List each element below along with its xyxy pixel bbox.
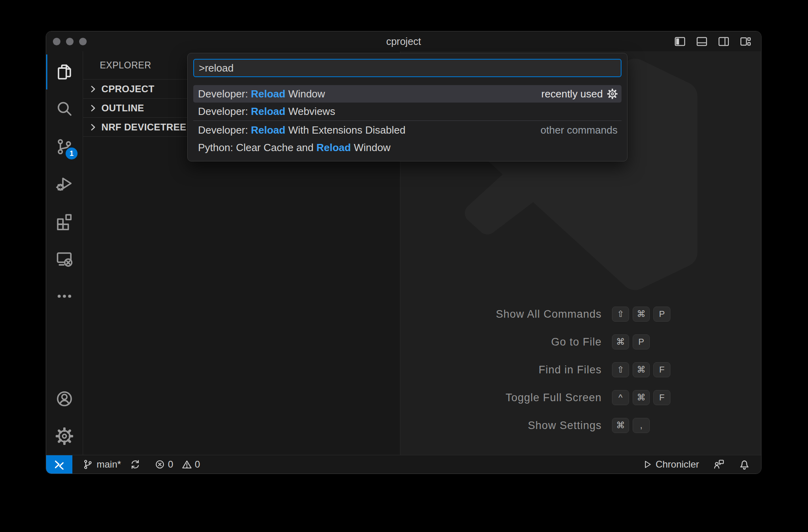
status-bar-right: Chronicler bbox=[643, 459, 750, 470]
files-icon bbox=[56, 63, 73, 81]
notifications-button[interactable] bbox=[739, 459, 750, 470]
section-label: NRF DEVICETREE bbox=[101, 122, 186, 133]
layout-controls bbox=[674, 31, 752, 51]
toggle-secondary-sidebar-icon[interactable] bbox=[718, 35, 730, 47]
warning-count: 0 bbox=[195, 459, 200, 470]
chronicler-label: Chronicler bbox=[656, 459, 699, 470]
shortcut-keys: ⇧ ⌘ F bbox=[612, 362, 670, 377]
window-title: cproject bbox=[386, 36, 421, 47]
command-text: Python: Clear Cache and Reload Window bbox=[198, 142, 390, 154]
palette-row-reload-extensions-disabled[interactable]: Developer: Reload With Extensions Disabl… bbox=[193, 121, 622, 139]
activity-item-extensions[interactable] bbox=[46, 203, 83, 240]
activity-bar-items: 1 bbox=[46, 51, 83, 315]
bell-icon bbox=[739, 459, 750, 470]
activity-item-search[interactable] bbox=[46, 91, 83, 128]
shortcut-label: Show Settings bbox=[400, 419, 602, 432]
activity-item-run-debug[interactable] bbox=[46, 165, 83, 203]
command-text: Developer: Reload Webviews bbox=[198, 105, 335, 118]
activity-item-settings[interactable] bbox=[46, 417, 83, 455]
account-icon bbox=[56, 390, 73, 408]
keycap-letter: P bbox=[653, 307, 670, 322]
shortcut-row: Toggle Full Screen ^ ⌘ F bbox=[400, 384, 761, 412]
keycap-comma: , bbox=[633, 418, 650, 433]
activity-bar: 1 bbox=[46, 51, 83, 455]
scm-badge: 1 bbox=[66, 148, 78, 159]
command-text: Developer: Reload With Extensions Disabl… bbox=[198, 124, 406, 136]
activity-item-source-control[interactable]: 1 bbox=[46, 128, 83, 165]
remote-icon bbox=[54, 459, 64, 470]
command-input[interactable]: >reload bbox=[193, 59, 622, 77]
shortcut-keys: ⌘ , bbox=[612, 418, 650, 433]
chronicler-status[interactable]: Chronicler bbox=[643, 459, 699, 470]
remote-explorer-icon bbox=[56, 250, 73, 268]
sync-icon[interactable] bbox=[130, 459, 140, 470]
shortcut-row: Show All Commands ⇧ ⌘ P bbox=[400, 300, 761, 328]
desktop-background: { "window": { "title": "cproject" }, "ti… bbox=[0, 0, 808, 532]
problems-status[interactable]: 0 0 bbox=[155, 459, 200, 470]
zoom-button[interactable] bbox=[79, 38, 87, 45]
configure-keybinding-gear-icon[interactable] bbox=[607, 89, 618, 99]
feedback-button[interactable] bbox=[713, 459, 724, 470]
shortcut-row: Find in Files ⇧ ⌘ F bbox=[400, 356, 761, 384]
activity-item-remote-explorer[interactable] bbox=[46, 240, 83, 278]
git-branch-icon bbox=[83, 459, 93, 470]
activity-item-explorer[interactable] bbox=[46, 53, 83, 91]
keycap-cmd: ⌘ bbox=[612, 334, 629, 349]
debug-icon bbox=[56, 175, 73, 193]
close-button[interactable] bbox=[53, 38, 60, 45]
traffic-lights bbox=[53, 31, 87, 51]
keycap-shift: ⇧ bbox=[612, 307, 629, 322]
keycap-cmd: ⌘ bbox=[633, 307, 650, 322]
activity-bar-bottom bbox=[46, 380, 83, 455]
customize-layout-icon[interactable] bbox=[740, 35, 752, 47]
extensions-icon bbox=[56, 213, 73, 230]
keycap-letter: F bbox=[653, 390, 670, 405]
minimize-button[interactable] bbox=[66, 38, 74, 45]
keycap-letter: F bbox=[653, 362, 670, 377]
branch-status[interactable]: main* bbox=[83, 459, 140, 470]
shortcut-row: Go to File ⌘ P bbox=[400, 328, 761, 356]
activity-item-more[interactable] bbox=[46, 278, 83, 315]
row-right-label: recently used bbox=[541, 88, 618, 100]
keycap-cmd: ⌘ bbox=[633, 362, 650, 377]
palette-row-reload-webviews[interactable]: Developer: Reload Webviews bbox=[193, 103, 622, 120]
command-text: Developer: Reload Window bbox=[198, 88, 325, 100]
keycap-cmd: ⌘ bbox=[633, 390, 650, 405]
shortcut-row: Show Settings ⌘ , bbox=[400, 412, 761, 439]
warning-icon bbox=[182, 459, 192, 470]
section-label: OUTLINE bbox=[101, 103, 144, 114]
activity-item-accounts[interactable] bbox=[46, 380, 83, 417]
shortcut-label: Go to File bbox=[400, 336, 602, 348]
shortcut-keys: ⌘ P bbox=[612, 334, 650, 349]
match-highlight: Reload bbox=[251, 88, 286, 100]
chevron-right-icon bbox=[88, 122, 98, 132]
error-icon bbox=[155, 459, 165, 470]
row-right-label: other commands bbox=[540, 124, 618, 136]
titlebar: cproject bbox=[46, 31, 761, 52]
gear-icon bbox=[56, 427, 73, 445]
toggle-primary-sidebar-icon[interactable] bbox=[674, 35, 686, 47]
keycap-letter: P bbox=[633, 334, 650, 349]
keycap-ctrl: ^ bbox=[612, 390, 629, 405]
match-highlight: Reload bbox=[251, 124, 286, 136]
feedback-icon bbox=[713, 459, 724, 470]
chevron-right-icon bbox=[88, 103, 98, 113]
toggle-panel-icon[interactable] bbox=[696, 35, 708, 47]
shortcut-keys: ^ ⌘ F bbox=[612, 390, 670, 405]
branch-name: main* bbox=[97, 459, 121, 470]
palette-row-python-clear-cache[interactable]: Python: Clear Cache and Reload Window bbox=[193, 139, 622, 156]
match-highlight: Reload bbox=[317, 142, 351, 154]
ellipsis-icon bbox=[56, 287, 73, 305]
command-palette: >reload Developer: Reload Window recentl… bbox=[187, 53, 627, 161]
palette-separator bbox=[193, 120, 622, 121]
vscode-window: cproject 1 bbox=[46, 31, 761, 474]
shortcut-keys: ⇧ ⌘ P bbox=[612, 307, 670, 322]
search-icon bbox=[56, 101, 73, 118]
keycap-shift: ⇧ bbox=[612, 362, 629, 377]
watermark-shortcuts: Show All Commands ⇧ ⌘ P Go to File ⌘ P F bbox=[400, 300, 761, 439]
shortcut-label: Find in Files bbox=[400, 364, 602, 376]
keycap-cmd: ⌘ bbox=[612, 418, 629, 433]
play-icon bbox=[643, 460, 652, 469]
palette-row-reload-window[interactable]: Developer: Reload Window recently used bbox=[193, 85, 622, 103]
remote-indicator[interactable] bbox=[46, 455, 72, 474]
